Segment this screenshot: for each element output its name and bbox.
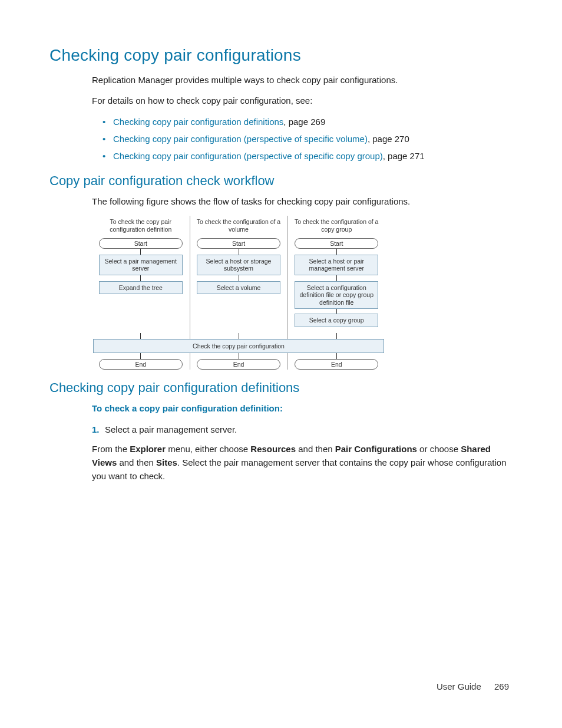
step-number: 1.: [92, 423, 105, 436]
bullet-tail: , page 269: [283, 117, 325, 127]
page-footer: User Guide 269: [437, 681, 509, 691]
xref-link[interactable]: Checking copy pair configuration definit…: [113, 117, 283, 127]
flow-col-head: To check the copy pair configuration def…: [92, 216, 190, 238]
bullet-item: Checking copy pair configuration definit…: [103, 115, 509, 129]
flow-end: End: [197, 359, 280, 370]
intro-paragraph-1: Replication Manager provides multiple wa…: [92, 73, 509, 87]
workflow-intro: The following figure shows the flow of t…: [92, 195, 509, 208]
flow-start: Start: [99, 238, 183, 249]
flow-end: End: [99, 359, 183, 370]
section-heading-definitions: Checking copy pair configuration definit…: [49, 380, 509, 396]
procedure-title: To check a copy pair configuration defin…: [92, 401, 509, 415]
flow-step: Select a copy group: [295, 314, 378, 327]
section-heading-workflow: Copy pair configuration check workflow: [49, 173, 509, 189]
flow-start: Start: [197, 238, 280, 249]
flow-step: Select a pair management server: [99, 255, 183, 275]
flow-start: Start: [295, 238, 378, 249]
step-text: Select a pair management server.: [105, 423, 509, 436]
bullet-item: Checking copy pair configuration (perspe…: [103, 132, 509, 146]
step-continuation: From the Explorer menu, either choose Re…: [92, 442, 509, 483]
workflow-figure: To check the copy pair configuration def…: [92, 216, 385, 370]
page-number: 269: [494, 681, 509, 691]
flow-step: Select a host or storage subsystem: [197, 255, 280, 275]
footer-label: User Guide: [437, 681, 481, 691]
bullet-tail: , page 271: [383, 151, 425, 161]
intro-paragraph-2: For details on how to check copy pair co…: [92, 94, 509, 107]
flow-step: Select a host or pair management server: [295, 255, 378, 275]
flow-step: Select a volume: [197, 281, 280, 295]
flow-col-head: To check the configuration of a copy gro…: [287, 216, 385, 238]
flow-step: Select a configuration definition file o…: [295, 281, 378, 309]
xref-link[interactable]: Checking copy pair configuration (perspe…: [113, 151, 383, 161]
flow-merge-step: Check the copy pair configuration: [93, 339, 384, 353]
flow-step: Expand the tree: [99, 281, 183, 295]
bullet-tail: , page 270: [368, 134, 409, 144]
bullet-item: Checking copy pair configuration (perspe…: [103, 149, 509, 163]
step-row: 1. Select a pair management server.: [92, 423, 509, 436]
flow-end: End: [295, 359, 378, 370]
flow-col-head: To check the configuration of a volume: [190, 216, 287, 238]
xref-link[interactable]: Checking copy pair configuration (perspe…: [113, 134, 368, 144]
page-heading: Checking copy pair configurations: [49, 46, 509, 65]
